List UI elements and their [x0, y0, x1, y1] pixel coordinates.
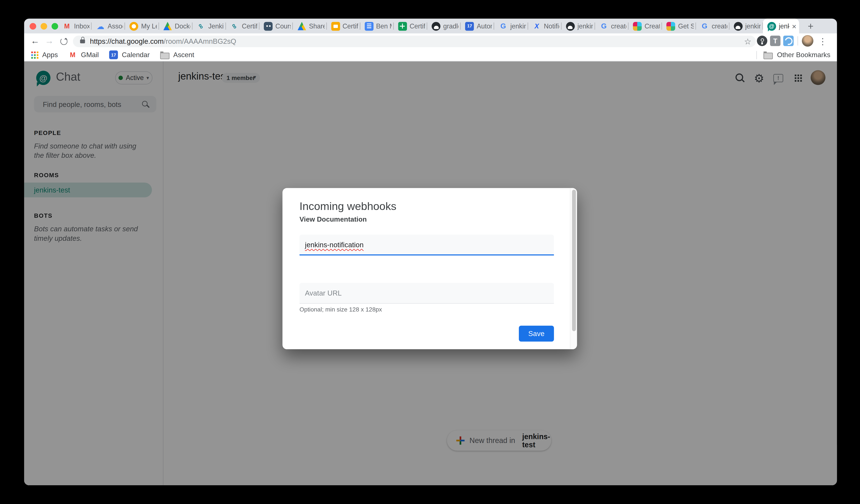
- tab-label: Assoc: [108, 22, 123, 30]
- swirl-extension-icon[interactable]: [783, 35, 793, 46]
- gmail-icon: [68, 51, 77, 59]
- tab-label: Get St: [678, 22, 694, 30]
- browser-window: Inbox (AssocMy LeaDockeJenkinCertifiCour…: [24, 18, 837, 485]
- tab-label: Certifi: [242, 22, 257, 30]
- browser-toolbar: ← → https://chat.google.com/room/AAAAmnB…: [24, 33, 837, 49]
- tab-label: jenkins: [577, 22, 593, 30]
- bookmark-star-icon[interactable]: ☆: [744, 37, 751, 46]
- coursera-favicon-icon: [264, 21, 273, 30]
- bookmark-item[interactable]: Calendar: [109, 51, 150, 59]
- reload-button[interactable]: [57, 33, 70, 49]
- browser-tab[interactable]: Assoc: [92, 18, 125, 33]
- browser-tab[interactable]: Certifi: [226, 18, 260, 33]
- reload-icon: [60, 38, 67, 45]
- tab-label: My Lea: [141, 22, 157, 30]
- confluence-favicon-icon: [532, 21, 541, 30]
- browser-tab[interactable]: jenkins: [729, 18, 763, 33]
- save-button[interactable]: Save: [519, 326, 554, 342]
- browser-tab[interactable]: Docke: [159, 18, 192, 33]
- ring-favicon-icon: [130, 21, 139, 30]
- bookmark-item[interactable]: Apps: [31, 51, 58, 59]
- apps-icon: [31, 51, 38, 58]
- browser-tab[interactable]: jenkins: [494, 18, 528, 33]
- tab-label: Certifi: [410, 22, 425, 30]
- tab-label: Cours: [275, 22, 291, 30]
- gcal-favicon-icon: [465, 21, 474, 30]
- browser-profile-avatar[interactable]: [802, 35, 813, 46]
- browser-tab[interactable]: Cours: [259, 18, 293, 33]
- background-tabs: Inbox (AssocMy LeaDockeJenkinCertifiCour…: [58, 18, 763, 33]
- screen: Inbox (AssocMy LeaDockeJenkinCertifiCour…: [0, 0, 860, 504]
- browser-tab[interactable]: Create: [629, 18, 662, 33]
- folder-icon: [763, 53, 773, 59]
- active-tab-label: jenk: [779, 22, 789, 30]
- tab-label: create: [611, 22, 627, 30]
- dialog-scrollbar[interactable]: [570, 188, 577, 349]
- browser-tab[interactable]: Autom: [461, 18, 494, 33]
- browser-tab[interactable]: create: [696, 18, 729, 33]
- browser-menu-button[interactable]: ⋮: [818, 33, 827, 49]
- webhook-name-input[interactable]: jenkins-notification: [300, 235, 554, 256]
- tab-label: Share: [309, 22, 325, 30]
- new-tab-button[interactable]: +: [804, 20, 817, 33]
- qwiklabs-favicon-icon: [230, 21, 239, 30]
- browser-tab[interactable]: Share: [293, 18, 327, 33]
- slack-favicon-icon: [633, 21, 642, 30]
- drive-favicon-icon: [297, 21, 306, 30]
- bookmark-item[interactable]: GMail: [68, 51, 99, 59]
- incoming-webhooks-dialog: Incoming webhooks View Documentation jen…: [283, 188, 577, 349]
- gcloud-favicon-icon: [96, 21, 105, 30]
- bookmarks-bar: AppsGMailCalendarAscent Other Bookmarks: [24, 49, 837, 61]
- back-button[interactable]: ←: [28, 33, 42, 49]
- google-favicon-icon: [600, 21, 608, 30]
- other-bookmarks[interactable]: Other Bookmarks: [756, 51, 830, 59]
- browser-tab[interactable]: Inbox (: [58, 18, 92, 33]
- scrollbar-thumb[interactable]: [572, 190, 576, 331]
- bookmarks-divider: [756, 51, 757, 59]
- bookmark-label: Ascent: [173, 51, 194, 59]
- macos-window-controls[interactable]: [30, 23, 58, 30]
- view-documentation-link[interactable]: View Documentation: [300, 216, 367, 223]
- tab-label: Notific: [544, 22, 559, 30]
- google-chat-favicon-icon: [767, 21, 776, 30]
- tab-label: Create: [645, 22, 660, 30]
- browser-tab[interactable]: Certifi: [327, 18, 360, 33]
- close-window-button[interactable]: [30, 23, 36, 30]
- browser-tab[interactable]: Notific: [528, 18, 561, 33]
- tab-label: Autom: [477, 22, 492, 30]
- browser-tab[interactable]: Certifi: [394, 18, 427, 33]
- toolbar-divider: [798, 36, 798, 45]
- github-favicon-icon: [734, 21, 743, 30]
- browser-tab[interactable]: gradle: [427, 18, 461, 33]
- slack-favicon-icon: [666, 21, 675, 30]
- lock-icon[interactable]: [80, 39, 85, 43]
- google-favicon-icon: [700, 21, 709, 30]
- dialog-title: Incoming webhooks: [300, 200, 397, 213]
- minimize-window-button[interactable]: [41, 23, 47, 30]
- sheets-favicon-icon: [398, 21, 407, 30]
- t-extension-icon[interactable]: T: [770, 35, 780, 46]
- browser-tab[interactable]: Jenkin: [192, 18, 226, 33]
- browser-tab[interactable]: jenkins: [561, 18, 595, 33]
- browser-tab[interactable]: Get St: [662, 18, 696, 33]
- forward-button[interactable]: →: [43, 33, 56, 49]
- tab-label: jenkins: [510, 22, 526, 30]
- bookmark-item[interactable]: Ascent: [160, 51, 194, 59]
- maximize-window-button[interactable]: [52, 23, 58, 30]
- close-tab-icon[interactable]: ×: [792, 22, 797, 30]
- avatar-url-input[interactable]: Avatar URL: [300, 283, 554, 304]
- url-domain: https://chat.google.com: [90, 37, 164, 45]
- browser-tab[interactable]: create: [595, 18, 629, 33]
- drive-favicon-icon: [163, 21, 172, 30]
- onepassword-extension-icon[interactable]: [757, 35, 767, 46]
- bookmark-items: AppsGMailCalendarAscent: [31, 51, 194, 59]
- browser-tab[interactable]: My Lea: [125, 18, 159, 33]
- folder-icon: [160, 53, 169, 59]
- bookmark-label: Calendar: [122, 51, 150, 59]
- bookmark-label: GMail: [81, 51, 99, 59]
- tab-label: Certifi: [342, 22, 358, 30]
- tab-label: gradle: [443, 22, 459, 30]
- browser-tab[interactable]: Ben M: [360, 18, 394, 33]
- address-bar[interactable]: https://chat.google.com/room/AAAAmnBG2sQ…: [73, 35, 756, 47]
- active-tab[interactable]: jenk ×: [763, 18, 799, 33]
